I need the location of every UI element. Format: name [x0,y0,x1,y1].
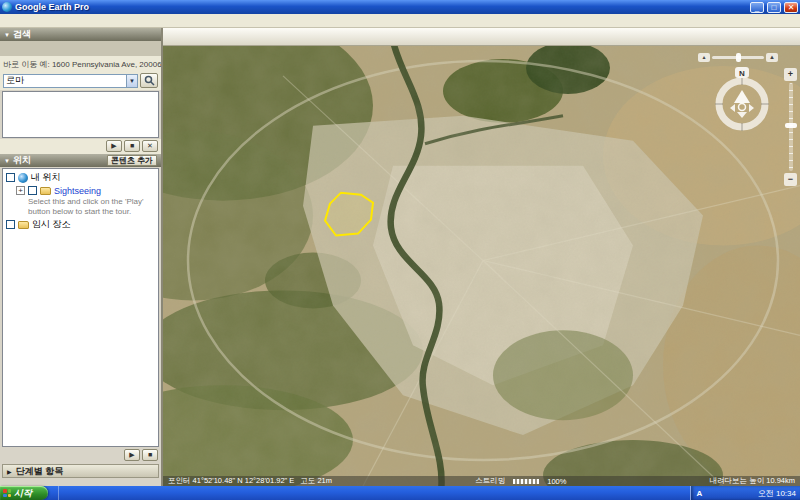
search-icon [144,75,155,86]
search-row: ▼ [0,71,161,90]
pointer-coordinates: 포인터 41°52'10.48" N 12°28'01.92" E [168,476,294,486]
combo-dropdown-icon[interactable]: ▼ [126,75,137,87]
search-combo: ▼ [3,74,138,88]
minimize-button[interactable]: _ [750,2,764,13]
tree-item-temporary-places[interactable]: 임시 장소 [4,218,157,231]
expand-arrow-icon: ▶ [7,468,12,475]
system-tray: A 오전 10:34 [690,486,800,500]
zoom-in-button[interactable]: + [784,68,797,81]
start-button[interactable]: 시작 [0,486,48,500]
app-globe-icon [2,2,12,12]
compass-north-label: N [739,69,745,78]
my-places-label: 내 위치 [31,171,61,184]
delete-results-button[interactable]: ✕ [142,140,158,152]
pan-up-arrow-icon[interactable] [734,90,750,103]
tilt-slider[interactable]: ▴ ▲ [698,52,778,62]
sightseeing-label: Sightseeing [54,186,101,196]
streaming-percent: 100% [547,477,566,486]
expander-icon[interactable]: + [16,186,25,195]
tree-item-sightseeing[interactable]: + Sightseeing [4,184,157,197]
windows-taskbar: 시작 A 오전 10:34 [0,486,800,500]
folder-icon [18,221,29,229]
close-button[interactable]: ✕ [784,2,798,13]
maximize-button[interactable]: □ [767,2,781,13]
search-input[interactable] [4,75,126,87]
satellite-imagery [163,46,800,486]
add-content-button[interactable]: 콘텐츠 추가 [107,155,157,166]
zoom-slider[interactable]: + − [784,68,797,186]
search-panel-header[interactable]: ▼ 검색 [0,28,161,41]
collapse-arrow-icon: ▼ [4,32,10,38]
satellite-map-view[interactable]: ▴ ▲ N [163,46,800,486]
places-panel-title: 위치 [13,154,31,167]
layers-panel-header[interactable]: ▶ 단계별 항목 [2,464,159,478]
title-bar: Google Earth Pro _ □ ✕ [0,0,800,14]
map-status-bar: 포인터 41°52'10.48" N 12°28'01.92" E 고도 21m… [163,476,800,486]
search-tabs [0,41,161,56]
windows-flag-icon [3,489,11,497]
search-hint: 바로 이동 예: 1600 Pennsylvania Ave, 20006 [0,56,161,71]
task-buttons [61,486,686,500]
sightseeing-checkbox[interactable] [28,186,37,195]
tilt-handle[interactable] [736,53,741,62]
menu-bar [0,14,800,28]
content: ▼ 검색 바로 이동 예: 1600 Pennsylvania Ave, 200… [0,28,800,486]
tilt-track[interactable] [712,56,764,59]
sightseeing-description: Select this and click on the 'Play' butt… [4,197,157,218]
search-result-controls: ▶ ■ ✕ [0,139,161,154]
temporary-places-label: 임시 장소 [32,218,71,231]
clock[interactable]: 오전 10:34 [758,488,796,499]
main-area: ▴ ▲ N [163,28,800,486]
search-button[interactable] [140,73,158,88]
zoom-track[interactable] [789,83,793,171]
pan-left-arrow-icon[interactable] [730,104,735,112]
pan-right-arrow-icon[interactable] [749,104,754,112]
my-places-checkbox[interactable] [6,173,15,182]
ime-korean-indicator[interactable]: A [695,489,704,498]
folder-icon [40,187,51,195]
places-panel-header[interactable]: ▼ 위치 콘텐츠 추가 [0,154,161,167]
zoom-handle[interactable] [785,123,797,128]
zoom-out-button[interactable]: − [784,173,797,186]
layers-panel-title: 단계별 항목 [16,465,64,478]
compass-navigation-control[interactable]: N [708,66,776,134]
stop-tour-button[interactable]: ■ [142,449,158,461]
eye-altitude: 내려다보는 높이 10.94km [710,476,795,486]
window-title: Google Earth Pro [15,2,747,12]
search-panel-title: 검색 [13,28,31,41]
streaming-meter [513,479,539,484]
streaming-label: 스트리밍 [475,476,505,486]
stop-tour-button[interactable]: ■ [124,140,140,152]
places-tree: 내 위치 + Sightseeing Select this and click… [2,168,159,447]
play-tour-button[interactable]: ▶ [106,140,122,152]
my-places-globe-icon [18,173,28,183]
pan-down-arrow-icon[interactable] [737,112,747,118]
sidebar: ▼ 검색 바로 이동 예: 1600 Pennsylvania Ave, 200… [0,28,163,486]
temporary-places-checkbox[interactable] [6,220,15,229]
play-tour-button[interactable]: ▶ [124,449,140,461]
pointer-elevation: 고도 21m [300,476,332,486]
tilt-top-icon[interactable]: ▴ [698,53,710,62]
start-label: 시작 [14,487,32,500]
google-earth-window: Google Earth Pro _ □ ✕ ▼ 검색 바로 이동 예: 160… [0,0,800,500]
toolbar [163,28,800,46]
tree-item-my-places[interactable]: 내 위치 [4,171,157,184]
places-tour-controls: ▶ ■ [0,448,161,463]
search-results-list [2,91,159,138]
tilt-ground-icon[interactable]: ▲ [766,53,778,62]
collapse-arrow-icon: ▼ [4,158,10,164]
sidebar-footer [0,479,161,486]
quick-launch-bar [50,486,59,500]
compass-center-ring[interactable] [739,104,746,111]
